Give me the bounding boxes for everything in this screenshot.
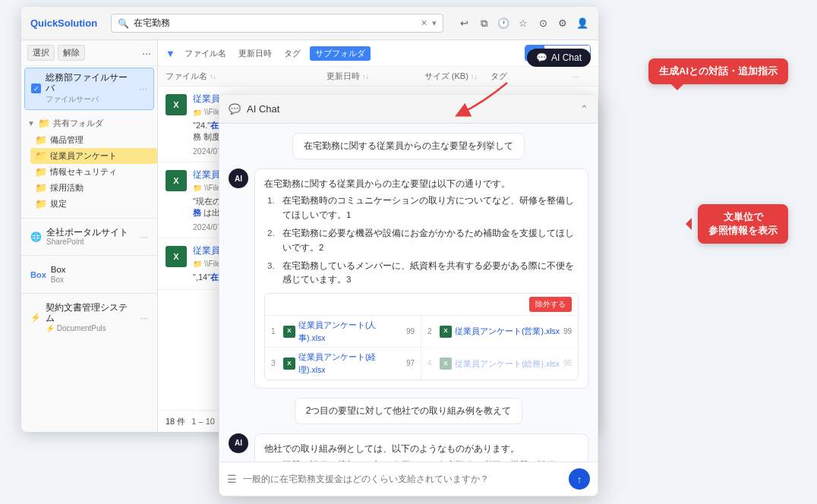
sidebar-item-box[interactable]: Box Box Box	[24, 260, 154, 288]
user-icon[interactable]: 👤	[576, 17, 589, 30]
contract-icon: ⚡	[30, 313, 41, 323]
copy-icon[interactable]: ⧉	[477, 17, 491, 30]
sidebar-contract-sublabel: ⚡ DocumentPuls	[46, 324, 135, 332]
tree-children: 📁 備品管理 📁 従業員アンケート 📁 情報セキュリティ	[21, 132, 157, 212]
tree-item-label-hiring: 採用活動	[50, 182, 84, 194]
sidebar-item-contract[interactable]: ⚡ 契約文書管理システム ⚡ DocumentPuls ···	[24, 298, 154, 337]
screenshot-wrapper: QuickSolution 🔍 在宅勤務 ✕ ▾ ↩ ⧉ 🕐 ☆ ⊙ ⚙	[21, 7, 796, 477]
reference-section: 除外する 1 X 従業員アンケート(人事).xlsx 99	[264, 293, 579, 380]
tree-header-shared[interactable]: ▼ 📁 共有フォルダ	[21, 115, 157, 132]
sidebar-more-icon[interactable]: ···	[142, 47, 151, 59]
tree-item-label-survey: 従業員アンケート	[50, 150, 117, 162]
deselect-button[interactable]: 解除	[58, 45, 85, 61]
sidebar-box-content: Box Box	[51, 265, 148, 284]
tree-item-inventory[interactable]: 📁 備品管理	[30, 132, 157, 148]
sidebar-portal-more-icon[interactable]: ···	[140, 231, 148, 242]
sidebar-item-label: 総務部ファイルサーバ	[46, 73, 134, 94]
sidebar-item-sublabel: ファイルサーバ	[46, 94, 134, 105]
ai-btn-icon: 💬	[536, 52, 547, 63]
sidebar-box-sublabel: Box	[51, 276, 148, 284]
settings-icon[interactable]: ⚙	[556, 17, 569, 30]
ai-chat-close-icon[interactable]: ⌃	[580, 103, 588, 115]
tree-chevron-icon: ▼	[27, 119, 35, 128]
ai-chat-header: 💬 AI Chat ⌃	[219, 95, 598, 124]
tree-item-hiring[interactable]: 📁 採用活動	[30, 180, 157, 196]
ai-chat-window: 💬 AI Chat ⌃ 在宅勤務に関する従業員からの主な要望を列挙して AI 在…	[219, 94, 598, 496]
sidebar-divider-2	[21, 255, 157, 256]
folder-icon: 📁	[38, 118, 50, 129]
sidebar-item-portal[interactable]: 🌐 全社ポータルサイト SharePoint ···	[24, 223, 154, 251]
ai-btn-label: AI Chat	[551, 52, 582, 63]
tree-item-security[interactable]: 📁 情報セキュリティ	[30, 164, 157, 180]
sidebar: 選択 解除 ··· 総務部ファイルサーバ ファイルサーバ ···	[21, 40, 158, 432]
ref-grid: 1 X 従業員アンケート(人事).xlsx 99 2 X 従業員アンケート(営業…	[265, 315, 578, 380]
portal-icon: 🌐	[30, 232, 42, 242]
ref-cell-4[interactable]: 4 X 従業員アンケート(総務).xlsx 98	[421, 347, 578, 380]
ai-list-1: 1. 在宅勤務時のコミュニケーションの取り方についてなど、研修を整備してほしいで…	[264, 194, 579, 286]
ref-file-2: 従業員アンケート(営業).xlsx	[455, 325, 560, 338]
chat-send-button[interactable]: ↑	[569, 468, 590, 490]
star-icon[interactable]: ☆	[516, 17, 530, 30]
ref-cell-3[interactable]: 3 X 従業員アンケート(経理).xlsx 97	[265, 347, 421, 380]
sort-icon-filename: ↑↓	[210, 73, 216, 80]
search-text: 在宅勤務	[134, 17, 416, 30]
folder-path-icon-3: 📁	[193, 260, 202, 268]
ref-file-4: 従業員アンケート(総務).xlsx	[455, 358, 560, 370]
chat-input-attachment-icon[interactable]: ☰	[227, 473, 237, 485]
ai-chat-title: AI Chat	[247, 103, 279, 115]
sidebar-item-fileserver[interactable]: 総務部ファイルサーバ ファイルサーバ ···	[24, 68, 154, 110]
remove-button[interactable]: 除外する	[529, 297, 572, 312]
ai-chat-messages: 在宅勤務に関する従業員からの主な要望を列挙して AI 在宅勤務に関する従業員から…	[219, 124, 598, 461]
sidebar-contract-label: 契約文書管理システム	[46, 303, 135, 324]
titlebar-actions: ↩ ⧉ 🕐 ☆ ⊙ ⚙ 👤	[457, 17, 589, 30]
ai-avatar-2: AI	[229, 433, 248, 453]
tree-item-survey[interactable]: 📁 従業員アンケート	[30, 148, 157, 164]
user-message-2: 2つ目の要望に対して他社での取り組み例を教えて	[295, 398, 523, 424]
tree-item-rules[interactable]: 📁 規定	[30, 196, 157, 212]
ref-cell-2[interactable]: 2 X 従業員アンケート(営業).xlsx 99	[421, 315, 578, 348]
ai-list-item-2: 2. 在宅勤務に必要な機器や設備にお金がかかるため補助金を支援してほしいです。2	[267, 226, 579, 254]
folder-icon-survey: 📁	[35, 150, 47, 162]
info-icon[interactable]: ⊙	[536, 17, 550, 30]
sidebar-portal-content: 全社ポータルサイト SharePoint	[46, 228, 135, 247]
ai-chat-title-icon: 💬	[229, 103, 241, 115]
undo-icon[interactable]: ↩	[457, 17, 471, 30]
sidebar-checkbox[interactable]	[31, 83, 41, 93]
tree-item-label: 備品管理	[50, 134, 84, 146]
ai-bubble-2: 他社での取り組み例としては、以下のようなものがあります。 1. 機器や設備の貸与…	[254, 433, 588, 461]
callout-ai-dialog: 生成AIとの対話・追加指示	[648, 58, 788, 84]
sidebar-portal-label: 全社ポータルサイト	[46, 228, 135, 238]
chat-input-field[interactable]	[243, 474, 563, 484]
tree-item-label-security: 情報セキュリティ	[50, 166, 117, 178]
sidebar-item-more-icon[interactable]: ···	[139, 83, 147, 94]
ref-xls-4: X	[440, 358, 452, 370]
sidebar-box-label: Box	[51, 265, 148, 276]
folder-icon-security: 📁	[35, 166, 47, 178]
footer-pages: 1 – 10	[191, 417, 215, 426]
search-clear-icon[interactable]: ✕	[421, 18, 427, 28]
ref-file-3: 従業員アンケート(経理).xlsx	[298, 351, 403, 376]
ai-chat-toggle-button[interactable]: 💬 AI Chat	[527, 49, 591, 67]
ref-xls-2: X	[440, 326, 452, 338]
ai-intro-2: 他社での取り組み例としては、以下のようなものがあります。	[264, 442, 579, 455]
filter-icon: ▼	[166, 48, 175, 59]
ref-xls-3: X	[283, 358, 295, 370]
search-bar[interactable]: 🔍 在宅勤務 ✕ ▾	[111, 14, 443, 33]
history-icon[interactable]: 🕐	[497, 17, 510, 30]
search-icon: 🔍	[118, 18, 129, 29]
tree-section-shared: ▼ 📁 共有フォルダ 📁 備品管理 📁	[21, 112, 157, 215]
sidebar-contract-more-icon[interactable]: ···	[140, 312, 148, 323]
select-button[interactable]: 選択	[27, 45, 55, 61]
ref-cell-1[interactable]: 1 X 従業員アンケート(人事).xlsx 99	[265, 315, 421, 348]
folder-icon-hiring: 📁	[35, 182, 47, 194]
tree-section-label: 共有フォルダ	[53, 118, 103, 129]
ai-message-2: AI 他社での取り組み例としては、以下のようなものがあります。 1. 機器や設備…	[229, 433, 588, 461]
search-dropdown-icon[interactable]: ▾	[432, 18, 437, 28]
folder-path-icon-2: 📁	[193, 184, 202, 192]
app-logo: QuickSolution	[30, 17, 97, 29]
title-bar: QuickSolution 🔍 在宅勤務 ✕ ▾ ↩ ⧉ 🕐 ☆ ⊙ ⚙	[21, 7, 598, 40]
file-icon-excel-2: X	[166, 170, 187, 191]
ai-intro-1: 在宅勤務に関する従業員からの主な要望は以下の通りです。	[264, 177, 579, 191]
sidebar-divider-1	[21, 218, 157, 219]
ref-file-1: 従業員アンケート(人事).xlsx	[298, 319, 403, 345]
